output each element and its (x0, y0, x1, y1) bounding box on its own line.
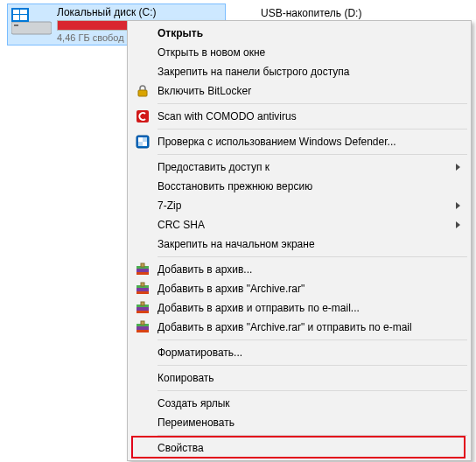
menu-add-archive-rar-email[interactable]: Добавить в архив "Archive.rar" и отправи… (130, 318, 469, 337)
svg-rect-25 (141, 302, 144, 305)
drive-d-label: USB-накопитель (D:) (261, 7, 361, 19)
menu-create-shortcut[interactable]: Создать ярлык (130, 394, 469, 413)
menu-label: Свойства (158, 442, 204, 454)
menu-copy[interactable]: Копировать (130, 368, 469, 388)
svg-rect-11 (143, 137, 147, 142)
svg-rect-4 (20, 10, 27, 14)
svg-rect-24 (136, 311, 149, 313)
menu-label: Включить BitLocker (158, 85, 251, 97)
separator (158, 365, 467, 366)
menu-7zip[interactable]: 7-Zip (130, 196, 469, 215)
menu-pin-quick-access[interactable]: Закрепить на панели быстрого доступа (130, 62, 469, 81)
menu-label: Добавить в архив "Archive.rar" (158, 283, 304, 295)
menu-defender[interactable]: Проверка с использованием Windows Defend… (130, 132, 469, 151)
menu-crc-sha[interactable]: CRC SHA (130, 215, 469, 234)
os-drive-icon (11, 6, 52, 36)
separator (158, 103, 467, 104)
menu-bitlocker[interactable]: Включить BitLocker (130, 81, 469, 101)
separator (158, 340, 467, 340)
drive-c-label: Локальный диск (C:) (57, 6, 157, 18)
svg-rect-5 (13, 15, 19, 20)
menu-label: 7-Zip (158, 200, 181, 212)
svg-rect-12 (138, 142, 143, 146)
comodo-icon (135, 108, 150, 124)
svg-rect-21 (141, 283, 144, 286)
context-menu: Открыть Открыть в новом окне Закрепить н… (127, 20, 472, 461)
menu-properties[interactable]: Свойства (130, 438, 469, 458)
menu-label: Добавить в архив и отправить по e-mail..… (158, 302, 360, 314)
svg-rect-0 (11, 22, 52, 34)
menu-label: Закрепить на начальном экране (158, 238, 315, 250)
menu-label: Переименовать (158, 416, 234, 429)
menu-label: Открыть (158, 27, 203, 39)
svg-rect-3 (13, 10, 19, 14)
menu-pin-start[interactable]: Закрепить на начальном экране (130, 234, 469, 254)
menu-label: Восстановить прежнюю версию (158, 180, 312, 192)
winrar-icon (135, 281, 150, 297)
menu-share-access[interactable]: Предоставить доступ к (130, 158, 469, 177)
menu-label: Создать ярлык (158, 397, 230, 410)
chevron-right-icon (456, 202, 460, 209)
menu-label: Открыть в новом окне (158, 46, 265, 59)
menu-label: Копировать (158, 372, 214, 384)
menu-restore-previous[interactable]: Восстановить прежнюю версию (130, 177, 469, 196)
menu-label: Закрепить на панели быстрого доступа (158, 66, 350, 78)
menu-label: Предоставить доступ к (158, 161, 270, 173)
separator (158, 154, 467, 155)
separator (158, 390, 467, 391)
menu-label: Проверка с использованием Windows Defend… (158, 136, 396, 148)
svg-rect-6 (20, 15, 27, 20)
svg-rect-28 (136, 330, 149, 332)
menu-format[interactable]: Форматировать... (130, 343, 469, 362)
menu-label: Scan with COMODO antivirus (158, 110, 297, 122)
menu-comodo-scan[interactable]: Scan with COMODO antivirus (130, 107, 469, 126)
svg-rect-10 (138, 137, 143, 142)
menu-label: CRC SHA (158, 219, 205, 231)
defender-icon (135, 134, 150, 150)
separator (158, 435, 467, 436)
winrar-icon (135, 319, 150, 335)
menu-label: Форматировать... (158, 346, 242, 359)
svg-rect-20 (136, 291, 149, 294)
menu-label: Добавить в архив "Archive.rar" и отправи… (158, 321, 412, 333)
svg-rect-16 (136, 272, 149, 275)
menu-open-new-window[interactable]: Открыть в новом окне (130, 43, 469, 62)
chevron-right-icon (456, 164, 460, 171)
winrar-icon (135, 300, 150, 316)
menu-label: Добавить в архив... (158, 263, 252, 276)
menu-add-archive-rar[interactable]: Добавить в архив "Archive.rar" (130, 279, 469, 298)
menu-add-archive-email[interactable]: Добавить в архив и отправить по e-mail..… (130, 298, 469, 318)
svg-rect-7 (138, 90, 147, 96)
menu-rename[interactable]: Переименовать (130, 413, 469, 432)
svg-rect-1 (14, 24, 18, 26)
separator (158, 129, 467, 130)
winrar-icon (135, 262, 150, 277)
menu-open[interactable]: Открыть (130, 24, 469, 43)
separator (158, 256, 467, 257)
menu-add-archive[interactable]: Добавить в архив... (130, 260, 469, 279)
bitlocker-icon (135, 83, 150, 99)
svg-rect-13 (143, 142, 147, 146)
svg-rect-29 (141, 321, 144, 325)
chevron-right-icon (456, 221, 460, 228)
svg-rect-17 (141, 263, 144, 267)
